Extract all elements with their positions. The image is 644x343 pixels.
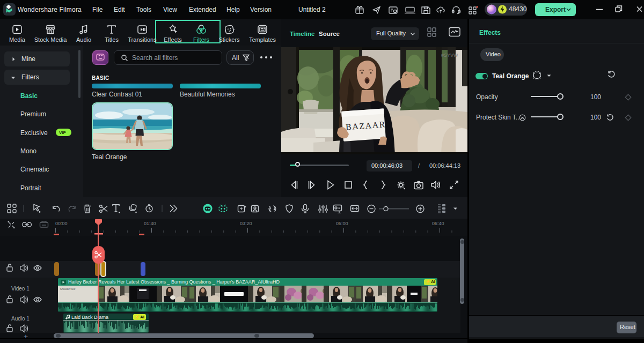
svg-text:03:20: 03:20	[240, 221, 252, 226]
svg-text:Shoulder view: Shoulder view	[60, 288, 76, 290]
svg-text:00:00: 00:00	[55, 221, 68, 226]
svg-text:05:00: 05:00	[336, 221, 348, 226]
svg-text:#SYVW: #SYVW	[441, 53, 458, 58]
svg-text:01:40: 01:40	[144, 221, 156, 226]
svg-text:06:40: 06:40	[432, 221, 444, 226]
